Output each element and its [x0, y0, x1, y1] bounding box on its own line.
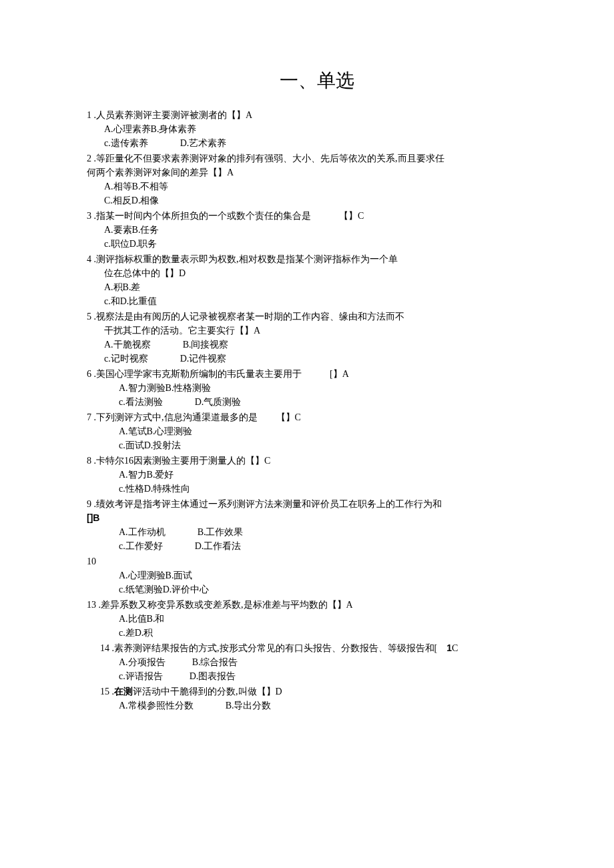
q5-option-b: B.间接视察: [183, 340, 229, 350]
q3-options-cd: c.职位D.职务: [104, 237, 547, 251]
q4-stem-line2: 位在总体中的【】D: [104, 266, 547, 280]
q9-bracket: []B: [87, 511, 547, 525]
q9-options-cd: c.工作爱好D.工作看法: [119, 539, 547, 553]
q1-option-c: c.遗传素养: [104, 138, 148, 148]
question-15: 15 .在测评活动中干脆得到的分数,叫做【】D A.常模参照性分数B.导出分数: [87, 685, 547, 713]
question-8: 8 .卡特尔16因素测验主要用于测量人的【】C A.智力B.爱好 c.性格D.特…: [87, 454, 547, 496]
q15-stem-pre: 15 .: [100, 687, 114, 697]
q9-option-c: c.工作爱好: [119, 541, 163, 551]
q14-option-c: c.评语报告: [119, 671, 163, 681]
question-3: 3 .指某一时间内个体所担负的一个或数个责任的集合是 【】C A.要素B.任务 …: [87, 209, 547, 251]
q4-stem-line1: 4 .测评指标权重的数量表示即为权数,相对权数是指某个测评指标作为一个单: [87, 252, 547, 266]
q14-options-ab: A.分项报告B.综合报告: [119, 655, 547, 669]
q6-options-ab: A.智力测验B.性格测验: [119, 381, 547, 395]
q9-option-a: A.工作动机: [119, 527, 166, 537]
q1-options-cd: c.遗传素养D.艺术素养: [104, 136, 547, 150]
question-1: 1 .人员素养测评主要测评被测者的【】A A.心理素养B.身体素养 c.遗传素养…: [87, 108, 547, 150]
q6-option-d: D.气质测验: [195, 397, 242, 407]
q5-option-c: c.记时视察: [104, 354, 148, 364]
section-title: 一、单选: [87, 67, 547, 95]
q14-stem-pre: 14 .素养测评结果报告的方式,按形式分常见的有口头报告、分数报告、等级报告和[: [100, 643, 446, 653]
question-10: 10 A.心理测验B.面试 c.纸笔测验D.评价中心: [87, 554, 547, 596]
question-4: 4 .测评指标权重的数量表示即为权数,相对权数是指某个测评指标作为一个单 位在总…: [87, 252, 547, 308]
q6-option-c: c.看法测验: [119, 397, 163, 407]
q5-option-d: D.记件视察: [180, 354, 227, 364]
q9-option-b: B.工作效果: [198, 527, 244, 537]
q2-options-ab: A.相等B.不相等: [104, 179, 547, 193]
q2-stem-line2: 何两个素养测评对象间的差异【】A: [87, 165, 547, 179]
question-13: 13 .差异系数又称变异系数或变差系数,是标准差与平均数的【】A A.比值B.和…: [87, 598, 547, 640]
q7-options-cd: c.面试D.投射法: [119, 438, 547, 452]
q9-options-ab: A.工作动机B.工作效果: [119, 525, 547, 539]
q15-stem-post: 评活动中干脆得到的分数,叫做【】D: [133, 687, 282, 697]
q14-stem-bold: 1: [446, 642, 452, 653]
question-5: 5 .视察法是由有阅历的人记录被视察者某一时期的工作内容、缘由和方法而不 干扰其…: [87, 310, 547, 366]
q6-stem: 6 .美国心理学家韦克斯勒所编制的韦氏量表主要用于 [】A: [87, 367, 547, 381]
q6-options-cd: c.看法测验D.气质测验: [119, 395, 547, 409]
q13-stem: 13 .差异系数又称变异系数或变差系数,是标准差与平均数的【】A: [87, 598, 547, 612]
q5-stem-line1: 5 .视察法是由有阅历的人记录被视察者某一时期的工作内容、缘由和方法而不: [87, 310, 547, 324]
q7-options-ab: A.笔试B.心理测验: [119, 424, 547, 438]
q10-options-ab: A.心理测验B.面试: [119, 568, 547, 582]
q14-option-b: B.综合报告: [192, 657, 238, 667]
q14-options-cd: c.评语报告D.图表报告: [119, 669, 547, 683]
q14-option-d: D.图表报告: [190, 671, 236, 681]
q14-stem-post: C: [452, 643, 458, 653]
q1-stem: 1 .人员素养测评主要测评被测者的【】A: [87, 108, 547, 122]
q9-option-d: D.工作看法: [195, 541, 242, 551]
q15-stem: 15 .在测评活动中干脆得到的分数,叫做【】D: [100, 685, 547, 699]
q4-options-cd: c.和D.比重值: [104, 294, 547, 308]
q7-stem: 7 .下列测评方式中,信息沟通渠道最多的是 【】C: [87, 410, 547, 424]
question-2: 2 .等距量化不但要求素养测评对象的排列有强弱、大小、先后等依次的关系,而且要求…: [87, 151, 547, 207]
q5-stem-line2: 干扰其工作的活动。它主要实行【】A: [104, 324, 547, 338]
q1-option-d: D.艺术素养: [180, 138, 227, 148]
q8-stem: 8 .卡特尔16因素测验主要用于测量人的【】C: [87, 454, 547, 468]
q15-stem-bold: 在测: [114, 687, 133, 697]
q1-options-ab: A.心理素养B.身体素养: [104, 122, 547, 136]
q2-options-cd: C.相反D.相像: [104, 193, 547, 207]
q3-options-ab: A.要素B.任务: [104, 223, 547, 237]
q15-option-b: B.导出分数: [226, 701, 272, 711]
q10-stem: 10: [87, 554, 547, 568]
q2-stem-line1: 2 .等距量化不但要求素养测评对象的排列有强弱、大小、先后等依次的关系,而且要求…: [87, 151, 547, 165]
q3-stem: 3 .指某一时间内个体所担负的一个或数个责任的集合是 【】C: [87, 209, 547, 223]
q8-options-cd: c.性格D.特殊性向: [119, 482, 547, 496]
q5-options-cd: c.记时视察D.记件视察: [104, 352, 547, 366]
question-14: 14 .素养测评结果报告的方式,按形式分常见的有口头报告、分数报告、等级报告和[…: [87, 641, 547, 683]
q15-options-ab: A.常模参照性分数B.导出分数: [119, 699, 547, 713]
q15-option-a: A.常模参照性分数: [119, 701, 194, 711]
q10-options-cd: c.纸笔测验D.评价中心: [119, 582, 547, 596]
q5-options-ab: A.干脆视察B.间接视察: [104, 338, 547, 352]
q14-option-a: A.分项报告: [119, 657, 166, 667]
q8-options-ab: A.智力B.爱好: [119, 468, 547, 482]
q9-stem: 9 .绩效考评是指考评主体通过一系列测评方法来测量和评价员工在职务上的工作行为和: [87, 497, 547, 511]
q5-option-a: A.干脆视察: [104, 340, 151, 350]
question-7: 7 .下列测评方式中,信息沟通渠道最多的是 【】C A.笔试B.心理测验 c.面…: [87, 410, 547, 452]
q13-options-ab: A.比值B.和: [119, 612, 547, 626]
question-9: 9 .绩效考评是指考评主体通过一系列测评方法来测量和评价员工在职务上的工作行为和…: [87, 497, 547, 553]
q4-options-ab: A.积B.差: [104, 280, 547, 294]
question-6: 6 .美国心理学家韦克斯勒所编制的韦氏量表主要用于 [】A A.智力测验B.性格…: [87, 367, 547, 409]
q14-stem: 14 .素养测评结果报告的方式,按形式分常见的有口头报告、分数报告、等级报告和[…: [100, 641, 547, 655]
q13-options-cd: c.差D.积: [119, 626, 547, 640]
